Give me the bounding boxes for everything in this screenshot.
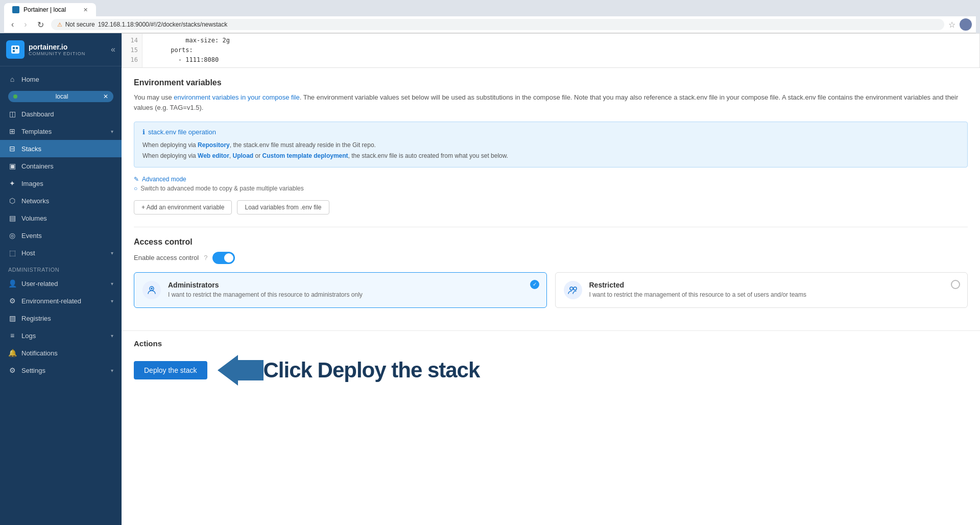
add-env-variable-button[interactable]: + Add an environment variable [134,200,232,214]
sidebar-item-events-label: Events [21,232,113,240]
sidebar-item-user-related[interactable]: 👤 User-related ▾ [0,275,122,292]
forward-button[interactable]: › [21,19,30,30]
restricted-radio[interactable] [951,280,960,289]
custom-template-bold: Custom template deployment [262,152,348,159]
content-body: Environment variables You may use enviro… [122,68,980,330]
env-close-button[interactable]: ✕ [103,93,108,100]
host-chevron-icon: ▾ [111,250,113,256]
sidebar-item-dashboard[interactable]: ◫ Dashboard [0,105,122,123]
sidebar-item-templates-label: Templates [21,128,106,135]
sidebar: portainer.io COMMUNITY EDITION « ⌂ Home … [0,33,122,525]
info-circle-icon: ○ [134,185,137,192]
admins-radio[interactable] [530,280,539,289]
sidebar-item-logs-label: Logs [21,332,106,340]
sidebar-item-host-label: Host [21,249,106,257]
sidebar-item-home[interactable]: ⌂ Home [0,70,122,88]
networks-icon: ⬡ [8,197,16,205]
sidebar-item-dashboard-label: Dashboard [21,110,113,118]
tab-favicon [12,6,19,13]
sidebar-item-volumes-label: Volumes [21,214,113,222]
sidebar-item-host[interactable]: ⬚ Host ▾ [0,244,122,261]
sidebar-header: portainer.io COMMUNITY EDITION « [0,33,122,66]
arrow-icon [218,355,264,386]
line-num-16: 16 [126,55,138,65]
sidebar-item-env-related-label: Environment-related [21,297,106,305]
sidebar-item-networks[interactable]: ⬡ Networks [0,192,122,209]
admins-card[interactable]: Administrators I want to restrict the ma… [134,272,547,308]
code-content[interactable]: max-size: 2g ports: - 1111:8080 [142,34,979,67]
advanced-mode-label: Advanced mode [142,176,186,183]
upload-bold: Upload [233,152,254,159]
env-info-box: ℹ stack.env file operation When deployin… [134,122,968,168]
settings-icon: ⚙ [8,366,16,374]
env-section-title: Environment variables [134,78,968,87]
sidebar-item-stacks[interactable]: ⊟ Stacks [0,140,122,157]
svg-rect-1 [13,47,15,49]
restricted-card-title: Restricted [589,281,807,289]
sidebar-item-images-label: Images [21,180,113,187]
sidebar-item-stacks-label: Stacks [21,145,113,153]
user-related-chevron-icon: ▾ [111,281,113,287]
sidebar-item-settings[interactable]: ⚙ Settings ▾ [0,362,122,379]
edit-icon: ✎ [134,176,139,183]
code-line-16: - 1111:8080 [149,55,973,65]
sidebar-item-logs[interactable]: ≡ Logs ▾ [0,327,122,344]
env-status-dot [13,94,17,99]
sidebar-item-networks-label: Networks [21,197,113,205]
env-section: local ✕ [0,88,122,105]
code-editor: 14 15 16 max-size: 2g ports: - 1111:8080 [122,33,980,68]
browser-tab[interactable]: Portainer | local ✕ [4,3,96,16]
restricted-card-icon [564,281,582,299]
code-line-15: ports: [149,45,973,55]
env-related-icon: ⚙ [8,297,16,305]
env-badge-local[interactable]: local ✕ [8,91,113,102]
load-env-button[interactable]: Load variables from .env file [237,200,329,214]
logo-sub: COMMUNITY EDITION [29,51,85,56]
volumes-icon: ▤ [8,214,16,222]
sidebar-item-env-related[interactable]: ⚙ Environment-related ▾ [0,292,122,309]
env-badge-label: local [56,93,68,100]
advanced-mode-link[interactable]: ✎ Advanced mode [134,176,968,183]
sidebar-nav: ⌂ Home local ✕ ◫ Dashboard ⊞ Templates ▾ [0,66,122,383]
env-link[interactable]: environment variables in your compose fi… [174,93,299,101]
registries-icon: ▨ [8,314,16,322]
sidebar-item-notifications-label: Notifications [21,349,113,357]
deploy-area: Deploy the stack Click Deploy the stack [134,355,968,386]
admins-card-info: Administrators I want to restrict the ma… [168,281,363,298]
access-control-toggle[interactable] [212,252,235,264]
bookmark-button[interactable]: ☆ [948,20,955,30]
profile-button[interactable] [960,18,972,31]
sidebar-collapse-button[interactable]: « [111,45,115,54]
sidebar-item-templates[interactable]: ⊞ Templates ▾ [0,123,122,140]
templates-icon: ⊞ [8,127,16,135]
deploy-stack-button[interactable]: Deploy the stack [134,361,207,379]
sidebar-item-registries[interactable]: ▨ Registries [0,309,122,327]
address-bar: ‹ › ↻ ⚠ Not secure 192.168.1.18:9000/#!/… [4,16,976,33]
back-button[interactable]: ‹ [8,19,17,30]
tab-close-button[interactable]: ✕ [83,7,88,13]
sidebar-item-notifications[interactable]: 🔔 Notifications [0,344,122,362]
images-icon: ✦ [8,179,16,187]
sidebar-item-volumes[interactable]: ▤ Volumes [0,209,122,227]
restricted-card[interactable]: Restricted I want to restrict the manage… [555,272,968,308]
logo-icon [6,40,25,59]
address-box[interactable]: ⚠ Not secure 192.168.1.18:9000/#!/2/dock… [51,19,944,30]
admins-card-desc: I want to restrict the management of thi… [168,291,363,298]
help-icon: ? [204,254,207,261]
sidebar-item-images[interactable]: ✦ Images [0,175,122,192]
app-layout: portainer.io COMMUNITY EDITION « ⌂ Home … [0,33,980,525]
security-icon: ⚠ [57,21,62,28]
sidebar-item-events[interactable]: ◎ Events [0,227,122,244]
logs-chevron-icon: ▾ [111,333,113,339]
host-icon: ⬚ [8,249,16,257]
svg-rect-3 [13,50,15,52]
logo-text: portainer.io COMMUNITY EDITION [29,43,85,56]
sidebar-item-containers[interactable]: ▣ Containers [0,157,122,175]
svg-rect-0 [11,45,19,54]
reload-button[interactable]: ↻ [34,19,47,31]
env-buttons-row: + Add an environment variable Load varia… [134,200,968,214]
actions-title: Actions [134,339,968,348]
svg-marker-9 [218,355,264,386]
env-related-chevron-icon: ▾ [111,298,113,304]
sidebar-item-registries-label: Registries [21,315,113,322]
